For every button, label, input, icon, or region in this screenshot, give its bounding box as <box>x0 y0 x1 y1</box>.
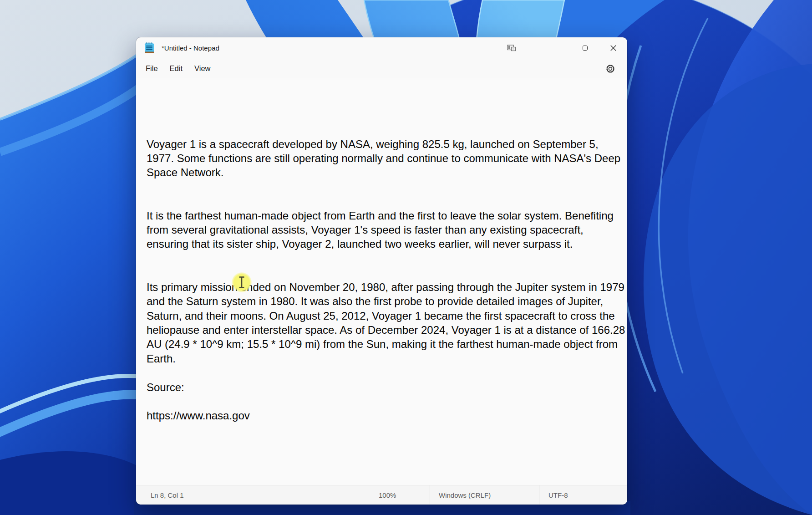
status-line-ending[interactable]: Windows (CRLF) <box>430 485 539 505</box>
menu-bar: File Edit View <box>136 59 627 78</box>
notepad-window: *Untitled - Notepad <box>136 37 627 505</box>
status-encoding[interactable]: UTF-8 <box>539 485 627 505</box>
menu-edit[interactable]: Edit <box>164 61 188 76</box>
encoding-label: UTF-8 <box>548 491 568 499</box>
maximize-button[interactable] <box>571 38 599 59</box>
status-zoom[interactable]: 100% <box>368 485 430 505</box>
maximize-icon <box>583 46 588 51</box>
menu-view[interactable]: View <box>188 61 216 76</box>
status-cursor-position: Ln 8, Col 1 <box>136 485 368 505</box>
notepad-app-icon <box>144 42 154 54</box>
desktop: *Untitled - Notepad <box>0 0 812 515</box>
line-ending-label: Windows (CRLF) <box>439 491 491 499</box>
window-title: *Untitled - Notepad <box>162 44 219 52</box>
cursor-position-label: Ln 8, Col 1 <box>151 491 184 499</box>
close-button[interactable] <box>599 38 627 59</box>
menu-file[interactable]: File <box>140 61 164 76</box>
close-icon <box>610 45 616 51</box>
title-bar[interactable]: *Untitled - Notepad <box>136 37 627 59</box>
touch-keyboard-icon[interactable] <box>507 44 516 52</box>
status-bar: Ln 8, Col 1 100% Windows (CRLF) UTF-8 <box>136 485 627 505</box>
text-editor[interactable]: Voyager 1 is a spacecraft developed by N… <box>136 78 627 485</box>
zoom-label: 100% <box>379 491 396 499</box>
settings-button[interactable] <box>604 63 616 75</box>
minimize-button[interactable] <box>543 38 571 59</box>
settings-gear-icon <box>605 64 615 74</box>
minimize-icon <box>554 48 559 48</box>
